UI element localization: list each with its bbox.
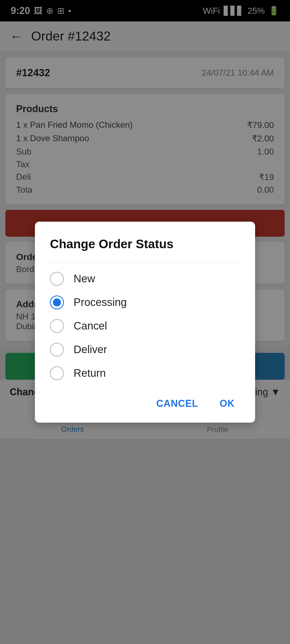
radio-option-cancel[interactable]: Cancel [50,319,240,333]
dialog-title: Change Order Status [50,237,240,251]
radio-option-new[interactable]: New [50,272,240,286]
radio-circle-cancel [50,319,64,333]
radio-option-deliver[interactable]: Deliver [50,343,240,357]
dialog-ok-button[interactable]: OK [214,395,240,412]
dialog-cancel-button[interactable]: CANCEL [151,395,204,412]
dialog-divider [50,262,240,262]
change-status-dialog: Change Order Status New Processing Cance… [35,222,255,423]
radio-option-return[interactable]: Return [50,366,240,380]
radio-circle-processing [50,295,64,309]
radio-circle-deliver [50,343,64,357]
radio-label-new: New [74,273,95,285]
radio-label-deliver: Deliver [74,343,107,356]
radio-label-processing: Processing [74,296,127,308]
radio-circle-return [50,366,64,380]
radio-option-processing[interactable]: Processing [50,295,240,309]
radio-inner-processing [53,298,61,306]
radio-label-cancel: Cancel [74,320,107,332]
radio-circle-new [50,272,64,286]
radio-label-return: Return [74,367,106,379]
dialog-overlay: Change Order Status New Processing Cance… [0,0,290,644]
dialog-actions: CANCEL OK [50,390,240,412]
